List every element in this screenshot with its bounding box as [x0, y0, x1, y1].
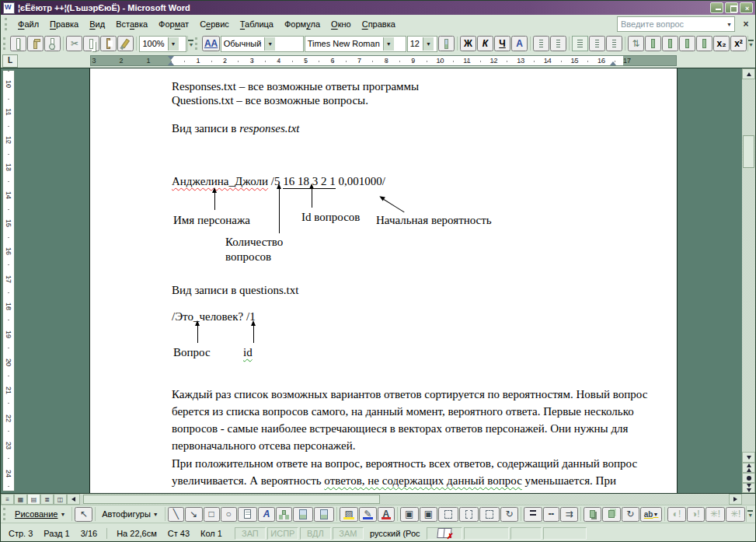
- menu-формат[interactable]: Формат: [153, 16, 194, 32]
- line-spacing-button[interactable]: ⇅: [628, 36, 644, 51]
- previous-page-button[interactable]: [742, 463, 755, 473]
- menu-вставка[interactable]: Вставка: [110, 16, 153, 32]
- font-color-button[interactable]: А: [511, 36, 528, 51]
- chevron-down-icon[interactable]: ▼: [423, 37, 434, 51]
- restore-button[interactable]: [725, 2, 738, 13]
- brightness-less-button[interactable]: ◑!: [687, 507, 705, 522]
- toolbar-grip[interactable]: [5, 18, 9, 30]
- horizontal-ruler[interactable]: 321 12345678910111213141516 17: [90, 55, 677, 66]
- status-toggle-зам[interactable]: ЗАМ: [333, 527, 364, 540]
- menu-вид[interactable]: Вид: [84, 16, 110, 32]
- arrow-tool-button[interactable]: ↘: [185, 507, 203, 522]
- status-toggle-испр[interactable]: ИСПР: [267, 527, 298, 540]
- formatting-toolbar-options[interactable]: ▼: [747, 36, 754, 51]
- cut-button[interactable]: ✂: [66, 36, 82, 51]
- insert-cells-button[interactable]: [679, 36, 695, 51]
- open-button[interactable]: [27, 36, 44, 51]
- horizontal-scroll-thumb[interactable]: [83, 495, 380, 504]
- insert-columns-button[interactable]: [662, 36, 678, 51]
- insert-picture-button[interactable]: [314, 507, 334, 522]
- zoom-combo[interactable]: 100% ▼: [139, 36, 186, 52]
- spelling-status-button[interactable]: ✗: [427, 527, 462, 540]
- oval-tool-button[interactable]: ○: [221, 507, 237, 522]
- draw-menu-button[interactable]: Рисование▼: [11, 508, 69, 520]
- horizontal-scroll-track[interactable]: [80, 494, 729, 505]
- reading-view-button[interactable]: ◫: [54, 494, 67, 505]
- rectangle-tool-button[interactable]: □: [204, 507, 220, 522]
- next-page-button[interactable]: [742, 483, 755, 493]
- picture-frame-button[interactable]: ▣: [400, 507, 419, 522]
- chevron-down-icon[interactable]: ▼: [264, 37, 275, 51]
- dash-style-button[interactable]: ╍: [543, 507, 559, 522]
- ungroup-button[interactable]: [459, 507, 479, 522]
- menu-формула[interactable]: Формула: [279, 16, 326, 32]
- styles-panel-button[interactable]: АА: [202, 36, 219, 51]
- standard-toolbar-options[interactable]: ▼: [187, 36, 193, 51]
- minimize-button[interactable]: [710, 2, 723, 13]
- outline-view-button[interactable]: ≣: [40, 494, 54, 505]
- paste-button[interactable]: [100, 36, 117, 51]
- left-indent-marker[interactable]: [168, 61, 174, 65]
- new-document-button[interactable]: [10, 36, 26, 51]
- contrast-less-button[interactable]: ✳!: [726, 507, 745, 522]
- line-color-button[interactable]: ✎: [359, 507, 377, 522]
- free-rotate-button[interactable]: ↻: [500, 507, 518, 522]
- line-style-button[interactable]: [524, 507, 542, 522]
- menu-сервис[interactable]: Сервис: [194, 16, 235, 32]
- ltr-paragraph-button[interactable]: [533, 36, 549, 51]
- ask-question-box[interactable]: Введите вопрос ▼: [617, 16, 735, 32]
- menu-справка[interactable]: Справка: [357, 16, 401, 32]
- scroll-right-icon[interactable]: [729, 494, 742, 505]
- align-center-button[interactable]: [589, 36, 605, 51]
- select-objects-button[interactable]: ↖: [75, 507, 92, 522]
- menu-таблица[interactable]: Таблица: [235, 16, 279, 32]
- font-size-combo[interactable]: 12 ▼: [407, 36, 437, 52]
- chevron-down-icon[interactable]: ▼: [383, 37, 394, 51]
- brightness-more-button[interactable]: ◐!: [667, 507, 685, 522]
- vertical-ruler[interactable]: 101112131415161718192021222324: [2, 70, 15, 491]
- bold-button[interactable]: Ж: [460, 36, 476, 51]
- merge-cells-button[interactable]: [696, 36, 712, 51]
- chevron-down-icon[interactable]: ▼: [724, 18, 734, 30]
- group-button[interactable]: [438, 507, 458, 522]
- contrast-more-button[interactable]: ✳!: [705, 507, 725, 522]
- copy-button[interactable]: [83, 36, 99, 51]
- chevron-down-icon[interactable]: ▼: [168, 37, 179, 51]
- align-right-button[interactable]: [606, 36, 622, 51]
- autoshapes-menu-button[interactable]: Автофигуры▼: [98, 508, 162, 520]
- scroll-down-icon[interactable]: [742, 452, 755, 463]
- formatting-toolbar-grip[interactable]: [195, 37, 198, 50]
- first-line-indent-marker[interactable]: [168, 56, 174, 60]
- scroll-up-icon[interactable]: [742, 68, 755, 79]
- standard-toolbar-grip[interactable]: [3, 37, 6, 50]
- vertical-scroll-thumb[interactable]: [743, 135, 754, 168]
- subscript-button[interactable]: x₂: [713, 36, 730, 51]
- menubar-close-icon[interactable]: ×: [740, 19, 752, 30]
- vertical-scroll-track[interactable]: [742, 79, 755, 452]
- font-color-button[interactable]: А: [378, 507, 395, 522]
- close-button[interactable]: ×: [740, 2, 753, 13]
- set-transparent-color-button[interactable]: ▣: [420, 507, 438, 522]
- tab-selector-button[interactable]: L: [2, 54, 18, 68]
- text-box-button[interactable]: [238, 507, 258, 522]
- print-preview-button[interactable]: [44, 36, 61, 51]
- drawing-toolbar-grip[interactable]: [3, 508, 7, 520]
- scroll-left-icon[interactable]: [67, 494, 80, 505]
- font-combo[interactable]: Times New Roman ▼: [305, 36, 406, 52]
- diagram-button[interactable]: [276, 507, 292, 522]
- align-left-button[interactable]: [572, 36, 588, 51]
- spelling-mark-button[interactable]: ab▼: [640, 507, 663, 522]
- right-indent-marker[interactable]: [610, 61, 616, 65]
- web-layout-view-button[interactable]: ▦: [14, 494, 27, 505]
- rotate-left-button[interactable]: ↻: [622, 507, 639, 522]
- normal-view-button[interactable]: ≡: [1, 494, 14, 505]
- italic-button[interactable]: К: [477, 36, 493, 51]
- clip-art-button[interactable]: [293, 507, 313, 522]
- vertical-scrollbar[interactable]: [742, 68, 755, 493]
- select-browse-object-button[interactable]: [742, 473, 755, 483]
- shadow-style-button[interactable]: [584, 507, 602, 522]
- insert-table-button[interactable]: [645, 36, 661, 51]
- insert-picture-button[interactable]: [438, 36, 455, 51]
- status-toggle-зап[interactable]: ЗАП: [235, 527, 266, 540]
- regroup-button[interactable]: [479, 507, 500, 522]
